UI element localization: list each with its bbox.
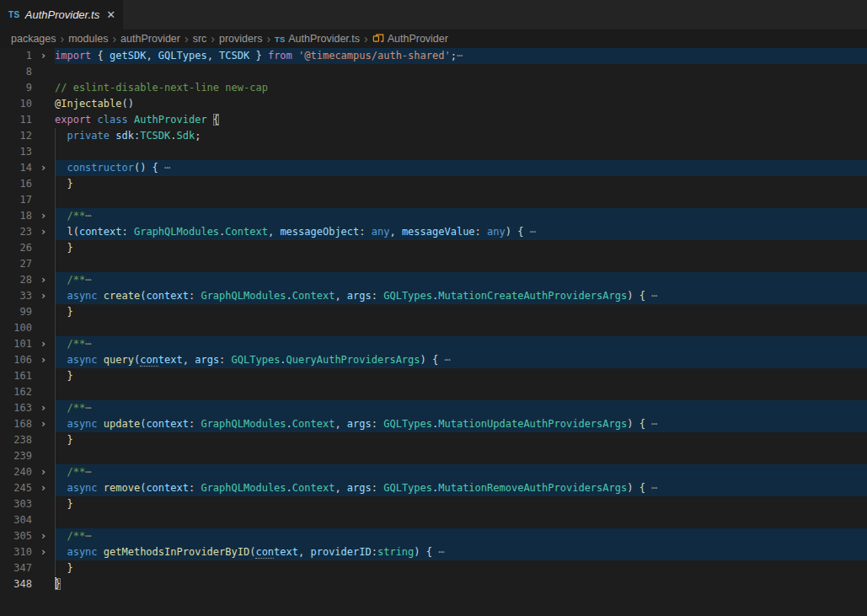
code-line-content[interactable]: } xyxy=(55,496,867,512)
folded-ellipsis[interactable]: ⋯ xyxy=(438,546,445,558)
code-line[interactable]: 239 xyxy=(0,448,867,464)
folded-ellipsis[interactable]: ⋯ xyxy=(85,466,92,478)
fold-chevron-icon[interactable]: › xyxy=(32,160,55,176)
fold-chevron-icon[interactable]: › xyxy=(32,464,55,480)
breadcrumb-item-packages[interactable]: packages xyxy=(11,33,56,45)
folded-ellipsis[interactable]: ⋯ xyxy=(85,402,92,414)
code-line[interactable]: 99 } xyxy=(0,304,867,320)
code-line-content[interactable]: /**⋯ xyxy=(55,400,867,416)
code-line[interactable]: 23› l(context: GraphQLModules.Context, m… xyxy=(0,224,867,240)
code-line-content[interactable]: /**⋯ xyxy=(55,528,867,544)
fold-chevron-icon[interactable]: › xyxy=(32,416,55,432)
code-line-content[interactable]: } xyxy=(55,368,867,384)
code-line[interactable]: 8 xyxy=(0,64,867,80)
code-line-content[interactable]: } xyxy=(55,304,867,320)
code-line[interactable]: 28› /**⋯ xyxy=(0,272,867,288)
code-line[interactable]: 12 private sdk:TCSDK.Sdk; xyxy=(0,128,867,144)
code-line-content[interactable]: async getMethodsInProviderByID(context, … xyxy=(55,544,867,560)
code-line[interactable]: 161 } xyxy=(0,368,867,384)
code-line[interactable]: 11export class AuthProvider { xyxy=(0,112,867,128)
fold-chevron-icon[interactable]: › xyxy=(32,352,55,368)
code-line[interactable]: 348} xyxy=(0,576,867,592)
code-line-content[interactable]: async query(context, args: GQLTypes.Quer… xyxy=(55,352,867,368)
code-line[interactable]: 27 xyxy=(0,256,867,272)
code-line-content[interactable]: async update(context: GraphQLModules.Con… xyxy=(55,416,867,432)
fold-chevron-icon[interactable]: › xyxy=(32,288,55,304)
fold-chevron-icon[interactable]: › xyxy=(32,272,55,288)
fold-chevron-icon[interactable]: › xyxy=(32,48,55,64)
fold-chevron-icon[interactable]: › xyxy=(32,400,55,416)
code-line-content[interactable]: } xyxy=(55,560,867,576)
folded-ellipsis[interactable]: ⋯ xyxy=(651,290,658,302)
code-line-content[interactable]: // eslint-disable-next-line new-cap xyxy=(55,80,867,96)
code-line[interactable]: 18› /**⋯ xyxy=(0,208,867,224)
code-line-content[interactable]: import { getSDK, GQLTypes, TCSDK } from … xyxy=(55,48,867,64)
code-line-content[interactable]: /**⋯ xyxy=(55,464,867,480)
code-line-content[interactable]: } xyxy=(55,576,867,592)
code-line[interactable]: 310› async getMethodsInProviderByID(cont… xyxy=(0,544,867,560)
code-line-content[interactable]: async remove(context: GraphQLModules.Con… xyxy=(55,480,867,496)
code-line[interactable]: 1›import { getSDK, GQLTypes, TCSDK } fro… xyxy=(0,48,867,64)
breadcrumb-item-src[interactable]: src xyxy=(193,33,207,45)
breadcrumb-item-providers[interactable]: providers xyxy=(219,33,262,45)
code-line[interactable]: 245› async remove(context: GraphQLModule… xyxy=(0,480,867,496)
code-line-content[interactable]: } xyxy=(55,240,867,256)
folded-ellipsis[interactable]: ⋯ xyxy=(85,210,92,222)
code-line-content[interactable]: export class AuthProvider { xyxy=(55,112,867,128)
breadcrumb-item-authprovider-ts[interactable]: TSAuthProvider.ts xyxy=(275,33,360,45)
code-line[interactable]: 16 } xyxy=(0,176,867,192)
fold-chevron-icon[interactable]: › xyxy=(32,480,55,496)
code-line[interactable]: 347 } xyxy=(0,560,867,576)
code-line-content[interactable] xyxy=(55,256,867,272)
code-line[interactable]: 10@Injectable() xyxy=(0,96,867,112)
code-line[interactable]: 14› constructor() { ⋯ xyxy=(0,160,867,176)
folded-ellipsis[interactable]: ⋯ xyxy=(85,274,92,286)
code-line[interactable]: 9// eslint-disable-next-line new-cap xyxy=(0,80,867,96)
code-line[interactable]: 13 xyxy=(0,144,867,160)
code-line[interactable]: 240› /**⋯ xyxy=(0,464,867,480)
code-line-content[interactable]: constructor() { ⋯ xyxy=(55,160,867,176)
fold-chevron-icon[interactable]: › xyxy=(32,208,55,224)
folded-ellipsis[interactable]: ⋯ xyxy=(651,482,658,494)
code-editor[interactable]: 1›import { getSDK, GQLTypes, TCSDK } fro… xyxy=(0,48,867,616)
code-line-content[interactable] xyxy=(55,320,867,336)
code-line-content[interactable] xyxy=(55,192,867,208)
code-line[interactable]: 100 xyxy=(0,320,867,336)
folded-ellipsis[interactable]: ⋯ xyxy=(85,338,92,350)
code-line[interactable]: 101› /**⋯ xyxy=(0,336,867,352)
code-line-content[interactable] xyxy=(55,64,867,80)
fold-chevron-icon[interactable]: › xyxy=(32,336,55,352)
code-line[interactable]: 17 xyxy=(0,192,867,208)
code-line-content[interactable] xyxy=(55,448,867,464)
breadcrumb-item-authprovider[interactable]: authProvider xyxy=(120,33,180,45)
code-line[interactable]: 26 } xyxy=(0,240,867,256)
code-line[interactable]: 304 xyxy=(0,512,867,528)
fold-chevron-icon[interactable]: › xyxy=(32,224,55,240)
folded-ellipsis[interactable]: ⋯ xyxy=(651,418,658,430)
code-line-content[interactable]: } xyxy=(55,176,867,192)
code-line[interactable]: 162 xyxy=(0,384,867,400)
tab-authprovider[interactable]: TS AuthProvider.ts ✕ xyxy=(0,0,123,29)
code-line-content[interactable]: @Injectable() xyxy=(55,96,867,112)
code-line-content[interactable]: /**⋯ xyxy=(55,208,867,224)
code-line[interactable]: 238 } xyxy=(0,432,867,448)
code-line[interactable]: 168› async update(context: GraphQLModule… xyxy=(0,416,867,432)
code-line-content[interactable]: /**⋯ xyxy=(55,272,867,288)
code-line[interactable]: 305› /**⋯ xyxy=(0,528,867,544)
folded-ellipsis[interactable]: ⋯ xyxy=(530,226,537,238)
breadcrumb-item-modules[interactable]: modules xyxy=(68,33,108,45)
code-line-content[interactable]: private sdk:TCSDK.Sdk; xyxy=(55,128,867,144)
folded-ellipsis[interactable]: ⋯ xyxy=(85,530,92,542)
code-line-content[interactable] xyxy=(55,384,867,400)
code-line[interactable]: 303 } xyxy=(0,496,867,512)
close-icon[interactable]: ✕ xyxy=(104,8,117,21)
code-line[interactable]: 33› async create(context: GraphQLModules… xyxy=(0,288,867,304)
code-line-content[interactable]: /**⋯ xyxy=(55,336,867,352)
fold-chevron-icon[interactable]: › xyxy=(32,528,55,544)
folded-ellipsis[interactable]: ⋯ xyxy=(164,162,171,174)
folded-ellipsis[interactable]: ⋯ xyxy=(457,50,463,62)
breadcrumb-item-authprovider[interactable]: AuthProvider xyxy=(372,33,448,45)
code-line-content[interactable]: async create(context: GraphQLModules.Con… xyxy=(55,288,867,304)
code-line-content[interactable]: } xyxy=(55,432,867,448)
code-line[interactable]: 163› /**⋯ xyxy=(0,400,867,416)
